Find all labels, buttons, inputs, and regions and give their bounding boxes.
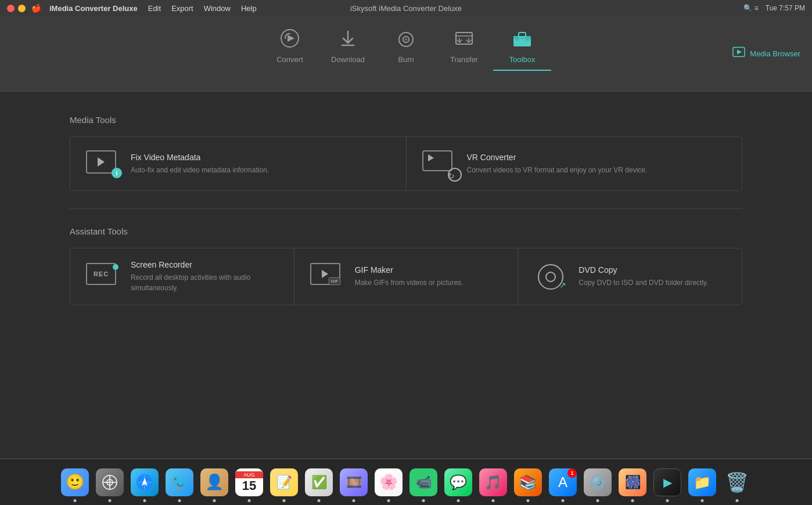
menu-help[interactable]: Help — [241, 4, 257, 13]
tab-convert-label: Convert — [276, 55, 303, 64]
dock-reminders[interactable]: ✅ — [303, 466, 335, 499]
messages-icon: 💬 — [444, 468, 472, 496]
tab-toolbox[interactable]: Toolbox — [493, 22, 551, 70]
gif-maker-desc: Make GIFs from videos or pictures. — [355, 277, 464, 288]
close-button[interactable] — [7, 5, 15, 12]
screen-recorder-icon: REC — [84, 262, 121, 292]
dock-launchpad[interactable] — [94, 466, 126, 499]
title-bar: 🍎 iMedia Converter Deluxe Edit Export Wi… — [0, 0, 812, 16]
screen-recorder-info: Screen Recorder Record all desktop activ… — [131, 260, 280, 293]
dock-notes[interactable]: 📝 — [268, 466, 300, 499]
dock-keynote[interactable]: 🎞️ — [337, 466, 370, 499]
menu-window[interactable]: Window — [204, 4, 231, 13]
apple-menu[interactable]: 🍎 — [31, 3, 41, 13]
media-tools-grid: i Fix Video Metadata Auto-fix and edit v… — [70, 136, 742, 191]
facetime-icon: 📹 — [409, 468, 437, 496]
media-browser-label: Media Browser — [750, 49, 800, 58]
gif-maker-icon: GIF — [308, 262, 346, 292]
calendar-month: AUG — [235, 471, 263, 478]
screen-recorder-name: Screen Recorder — [131, 260, 280, 269]
convert-icon — [279, 28, 300, 52]
fix-video-info: Fix Video Metadata Auto-fix and edit vid… — [131, 153, 269, 175]
vr-converter-card[interactable]: ↻ VR Converter Convert videos to VR form… — [407, 137, 742, 190]
window-title: iSkysoft iMedia Converter Deluxe — [350, 4, 462, 13]
contacts-icon: 👤 — [200, 468, 228, 496]
media-browser-icon — [732, 46, 745, 62]
tab-convert[interactable]: Convert — [261, 22, 319, 70]
gif-maker-info: GIF Maker Make GIFs from videos or pictu… — [355, 265, 464, 288]
toolbar: Convert Download Burn — [0, 16, 812, 92]
dock: 🙂 🐦 — [0, 459, 812, 505]
vr-converter-info: VR Converter Convert videos to VR format… — [467, 153, 648, 175]
transfer-icon — [454, 28, 475, 52]
dock-music[interactable]: 🎵 — [477, 466, 509, 499]
burn-icon — [396, 28, 416, 52]
fix-video-icon: i — [84, 149, 121, 179]
tab-transfer[interactable]: Transfer — [435, 22, 493, 70]
dock-systemprefs[interactable]: ⚙️ — [581, 466, 614, 499]
screen-recorder-desc: Record all desktop activities with audio… — [131, 272, 280, 293]
dvd-copy-card[interactable]: ↗ DVD Copy Copy DVD to ISO and DVD folde… — [518, 248, 742, 305]
tab-toolbox-label: Toolbox — [509, 55, 536, 64]
dock-contacts[interactable]: 👤 — [198, 466, 231, 499]
keynote-icon: 🎞️ — [340, 468, 368, 496]
dock-facetime[interactable]: 📹 — [407, 466, 440, 499]
fix-video-metadata-card[interactable]: i Fix Video Metadata Auto-fix and edit v… — [70, 137, 407, 190]
dock-messages[interactable]: 💬 — [442, 466, 475, 499]
dvd-copy-name: DVD Copy — [579, 265, 708, 275]
dvd-copy-desc: Copy DVD to ISO and DVD folder directly. — [579, 277, 708, 288]
dock-files[interactable]: 📁 — [686, 466, 718, 499]
systemprefs-icon: ⚙️ — [584, 468, 612, 496]
media-tools-section: Media Tools i Fix Video Metadata Auto-fi… — [70, 115, 742, 191]
menu-edit[interactable]: Edit — [148, 4, 161, 13]
trash-icon: 🗑️ — [723, 468, 751, 496]
main-content: Media Tools i Fix Video Metadata Auto-fi… — [0, 92, 812, 470]
vr-converter-name: VR Converter — [467, 153, 648, 162]
photos-icon: 🌸 — [375, 468, 403, 496]
tab-download-label: Download — [331, 55, 365, 64]
dock-tweetbot[interactable]: 🐦 — [163, 466, 196, 499]
clock: Tue 7:57 PM — [766, 4, 805, 12]
tab-download[interactable]: Download — [319, 22, 377, 70]
screen-recorder-card[interactable]: REC Screen Recorder Record all desktop a… — [70, 248, 294, 305]
dock-photos[interactable]: 🌸 — [372, 466, 405, 499]
dock-safari[interactable] — [128, 466, 161, 499]
traffic-lights — [7, 5, 26, 12]
calendar-day: 15 — [242, 478, 256, 493]
dock-fantastical[interactable]: 🎆 — [616, 466, 649, 499]
tab-transfer-label: Transfer — [450, 55, 478, 64]
tab-burn[interactable]: Burn — [377, 22, 435, 70]
menu-app-name[interactable]: iMedia Converter Deluxe — [49, 4, 138, 13]
dvd-copy-info: DVD Copy Copy DVD to ISO and DVD folder … — [579, 265, 708, 288]
dock-finder[interactable]: 🙂 — [59, 466, 91, 499]
dvd-copy-icon: ↗ — [532, 262, 569, 292]
title-bar-right: 🔍 ≡ Tue 7:57 PM — [743, 4, 805, 12]
dock-calendar[interactable]: AUG 15 — [233, 466, 265, 499]
system-icons: 🔍 ≡ — [743, 4, 758, 12]
notes-icon: 📝 — [270, 468, 298, 496]
toolbar-tabs: Convert Download Burn — [261, 22, 551, 70]
fix-video-desc: Auto-fix and edit video metadata informa… — [131, 165, 269, 175]
svg-rect-9 — [515, 38, 519, 41]
minimize-button[interactable] — [18, 5, 26, 12]
dock-trash[interactable]: 🗑️ — [721, 466, 753, 499]
appstore-badge: 1 — [567, 468, 577, 478]
infuse-icon: ▶ — [653, 468, 681, 496]
toolbox-icon — [512, 28, 533, 52]
fix-video-name: Fix Video Metadata — [131, 153, 269, 162]
dock-infuse[interactable]: ▶ — [651, 466, 684, 499]
files-icon: 📁 — [688, 468, 716, 496]
books-icon: 📚 — [514, 468, 542, 496]
calendar-icon: AUG 15 — [235, 468, 263, 496]
appstore-icon: A 1 — [549, 468, 577, 496]
assistant-tools-title: Assistant Tools — [70, 226, 742, 236]
media-tools-title: Media Tools — [70, 115, 742, 125]
vr-converter-icon: ↻ — [421, 149, 458, 179]
media-browser-button[interactable]: Media Browser — [732, 46, 800, 62]
dock-books[interactable]: 📚 — [512, 466, 544, 499]
vr-converter-desc: Convert videos to VR format and enjoy on… — [467, 165, 648, 175]
dock-appstore[interactable]: A 1 — [547, 466, 579, 499]
gif-maker-name: GIF Maker — [355, 265, 464, 275]
menu-export[interactable]: Export — [171, 4, 193, 13]
gif-maker-card[interactable]: GIF GIF Maker Make GIFs from videos or p… — [294, 248, 519, 305]
